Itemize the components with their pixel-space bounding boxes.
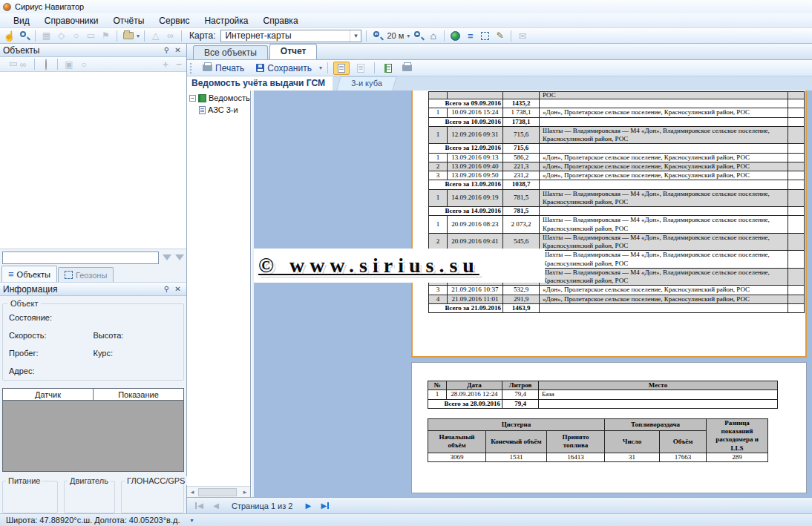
- fuel-table-page2: № Дата Литров Место 1 28.09.2016 12:24 7…: [428, 381, 778, 409]
- cell-place: «Дон», Пролетарское сельское поселение, …: [540, 162, 788, 171]
- book-view-button[interactable]: [380, 62, 396, 75]
- pan-hand-icon[interactable]: ☝: [3, 30, 16, 42]
- remove-object-button[interactable]: −: [174, 59, 184, 70]
- zoom-level-dropdown-icon[interactable]: ▾: [407, 33, 410, 39]
- tab-report[interactable]: Отчет: [269, 44, 318, 59]
- globe-icon[interactable]: [449, 30, 462, 42]
- zoom-in-icon[interactable]: +: [371, 30, 384, 42]
- menu-item[interactable]: Справочники: [37, 14, 106, 27]
- cell-place: База: [539, 390, 778, 399]
- volume-header: Объём: [660, 430, 707, 453]
- menu-item[interactable]: Настройка: [197, 14, 255, 27]
- cell-place: Шахты — Владимировская — М4 «Дон», Влади…: [540, 233, 788, 251]
- cell-extra: [788, 268, 805, 286]
- folder-dropdown-icon[interactable]: ▾: [137, 33, 140, 39]
- cell-extra: [788, 117, 805, 126]
- cell-place: «Дон», Пролетарское сельское поселение, …: [540, 171, 788, 180]
- count-header: Число: [605, 430, 660, 453]
- home-icon[interactable]: ⌂: [427, 30, 439, 42]
- height-label: Высота:: [94, 331, 178, 340]
- ruler-icon[interactable]: △: [149, 30, 162, 42]
- scrollbar-thumb[interactable]: [198, 488, 237, 496]
- binoculars-icon[interactable]: ∞: [164, 30, 177, 42]
- tab-all-objects[interactable]: Все объекты: [193, 45, 268, 59]
- layers-icon[interactable]: ▦: [40, 30, 53, 42]
- object-list-icon[interactable]: ≡: [464, 30, 477, 42]
- menu-item[interactable]: Вид: [6, 14, 37, 27]
- report-toolbar: Печать Сохранить ▾ ?: [187, 60, 812, 76]
- single-page-view-button[interactable]: [333, 62, 350, 75]
- report-tab-second[interactable]: 3-и куба: [336, 76, 396, 91]
- cell-datetime: 21.09.2016 11:01: [448, 295, 503, 303]
- previous-page-button[interactable]: ◀: [209, 499, 223, 512]
- tree-item-child[interactable]: АЗС 3-и: [199, 105, 250, 114]
- cell-extra: [788, 108, 805, 117]
- status-dropdown-icon[interactable]: ▾: [190, 517, 193, 524]
- status-bar: Широта: 47.88920°с.ш. Долгота: 40.05203°…: [0, 513, 812, 526]
- tab-geozones[interactable]: Геозоны: [58, 267, 114, 282]
- filter-clear-icon[interactable]: [175, 254, 184, 265]
- object-tree-area[interactable]: [0, 72, 186, 249]
- menu-item[interactable]: Сервис: [151, 14, 197, 27]
- table-header-row: № Дата Литров Место: [428, 381, 778, 390]
- cell-datetime: 21.09.2016 10:37: [448, 286, 503, 295]
- help-page-button[interactable]: ?: [353, 62, 369, 75]
- scroll-right-icon[interactable]: ▸: [240, 488, 250, 496]
- map-point-icon[interactable]: ○: [78, 59, 90, 70]
- close-icon[interactable]: ✕: [172, 45, 183, 56]
- cell-total-liters: 781,5: [503, 207, 540, 216]
- zoom-tool-icon[interactable]: [18, 30, 30, 42]
- scroll-left-icon[interactable]: ◂: [187, 488, 197, 496]
- add-object-button[interactable]: +: [160, 59, 171, 70]
- map-source-value: Интернет-карты: [225, 30, 291, 41]
- first-page-button[interactable]: ◀: [191, 499, 206, 512]
- report-tab-active[interactable]: Ведомость учёта выдачи ГСМ: [187, 76, 333, 91]
- toolbar-grip[interactable]: [190, 63, 193, 73]
- cell-datetime: 12.09.2016 09:31: [448, 126, 503, 144]
- print-button[interactable]: Печать: [198, 62, 249, 74]
- close-icon[interactable]: ✕: [172, 284, 183, 295]
- cell-extra: [788, 303, 805, 312]
- cell-total-label: Всего за 10.09.2016: [429, 117, 503, 126]
- mail-icon[interactable]: ✉: [516, 30, 528, 42]
- select-rect-icon[interactable]: ▭: [85, 30, 97, 42]
- sensor-table: Датчик Показание: [2, 388, 184, 472]
- cell-datetime: 10.09.2016 15:24: [448, 108, 503, 117]
- menu-item[interactable]: Справка: [255, 14, 305, 27]
- globe-track-icon[interactable]: [40, 59, 52, 70]
- page-navigation-bar: ◀ ◀ Страница 1 из 2 ▶ ▶: [187, 497, 812, 513]
- geozone-icon: [65, 271, 73, 279]
- report-viewer[interactable]: РОС Всего за 09.09.2016 1435,2 1 10.09.2…: [254, 91, 812, 497]
- geozone-select-icon[interactable]: [479, 30, 491, 42]
- cell-liters: 221,3: [503, 162, 540, 171]
- filter-icon[interactable]: [163, 254, 171, 265]
- pin-icon[interactable]: ⚲: [161, 284, 172, 295]
- tree-expander-icon[interactable]: −: [189, 95, 196, 102]
- zoom-out-icon[interactable]: −: [412, 30, 425, 42]
- tree-item-root[interactable]: − Ведомость: [189, 93, 250, 102]
- circle-icon[interactable]: ○: [70, 30, 82, 42]
- cell-datetime: 13.09.2016 09:40: [448, 162, 503, 171]
- page-setup-button[interactable]: [399, 62, 416, 75]
- document-tabs: Все объекты Отчет: [187, 44, 812, 60]
- toolbar-separator: [57, 59, 58, 70]
- cell-extra: [788, 162, 805, 171]
- folder-icon[interactable]: [122, 30, 134, 42]
- title-bar: Сириус Навигатор: [0, 0, 812, 13]
- polygon-icon[interactable]: ◇: [55, 30, 68, 42]
- flag-icon[interactable]: ⚑: [99, 30, 112, 42]
- last-page-button[interactable]: ▶: [318, 499, 333, 512]
- next-page-button[interactable]: ▶: [301, 499, 315, 512]
- toolbar-separator: [144, 30, 145, 42]
- tab-objects[interactable]: ≡ Объекты: [1, 266, 57, 282]
- notes-edit-icon[interactable]: ✎: [494, 30, 506, 42]
- pin-icon[interactable]: ⚲: [161, 45, 172, 56]
- map-source-select[interactable]: Интернет-карты ▾: [220, 30, 361, 42]
- cell-liters: 781,5: [503, 189, 540, 207]
- vehicle-icon[interactable]: ▣: [63, 59, 75, 70]
- link-icon[interactable]: ∞: [17, 59, 29, 70]
- search-input[interactable]: [2, 252, 159, 264]
- save-dropdown-icon[interactable]: ▾: [319, 65, 322, 71]
- save-button[interactable]: Сохранить: [252, 62, 316, 74]
- menu-item[interactable]: Отчёты: [105, 14, 151, 27]
